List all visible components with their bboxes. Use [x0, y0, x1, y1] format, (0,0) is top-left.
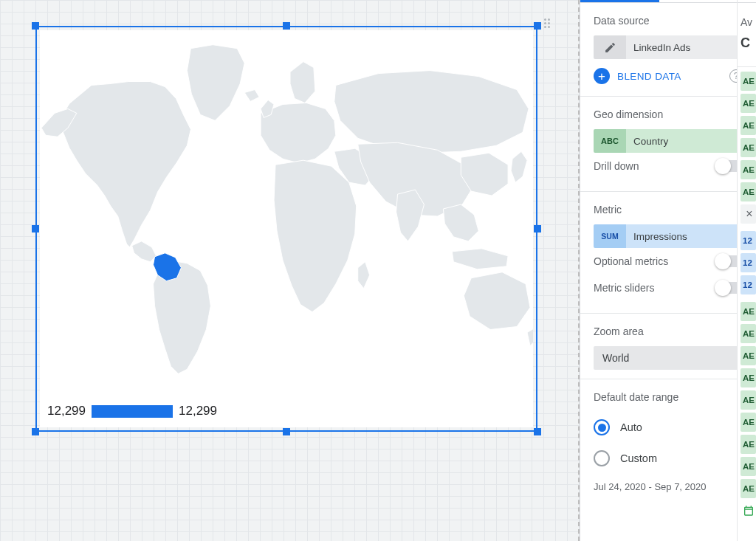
resize-handle[interactable] [32, 225, 39, 232]
blend-data-row[interactable]: + BLEND DATA ? [594, 68, 743, 84]
data-source-label: Data source [594, 15, 743, 27]
sliver-green-chip[interactable]: AE [740, 346, 756, 365]
blend-data-label: BLEND DATA [617, 71, 681, 82]
sliver-dim-chip[interactable]: AE [740, 116, 756, 135]
sliver-green-chip[interactable]: AE [740, 413, 756, 432]
resize-handle[interactable] [283, 22, 290, 30]
resize-handle[interactable] [534, 225, 541, 232]
data-source-chip[interactable]: LinkedIn Ads [594, 35, 743, 59]
resize-handle[interactable] [534, 22, 541, 30]
sliver-header-label: Av [738, 3, 756, 32]
drill-down-row: Drill down [594, 153, 743, 179]
date-range-value: Jul 24, 2020 - Sep 7, 2020 [594, 474, 743, 492]
radio-auto-label: Auto [620, 421, 642, 433]
geo-dimension-label: Geo dimension [594, 108, 743, 120]
legend-gradient-bar [92, 405, 173, 418]
sliver-dim-chip[interactable]: AE [740, 182, 756, 201]
zoom-value: World [602, 352, 629, 364]
pencil-icon[interactable] [594, 35, 626, 59]
sliver-calendar-icon[interactable] [740, 501, 756, 520]
zoom-value-select[interactable]: World [594, 346, 743, 370]
sliver-num-chip[interactable]: 12 [740, 275, 756, 294]
sliver-green-chip[interactable]: AE [740, 368, 756, 387]
section-data-source: Data source LinkedIn Ads + BLEND DATA ? [580, 3, 756, 97]
sliver-dim-chip[interactable]: AE [740, 160, 756, 179]
geo-dimension-value: Country [626, 129, 743, 153]
resize-handle[interactable] [534, 428, 541, 435]
optional-metrics-label: Optional metrics [594, 255, 668, 267]
available-fields-sliver: Av C AE AE AE AE AE AE × 12 12 12 AE AE … [737, 0, 756, 541]
drill-down-label: Drill down [594, 160, 639, 172]
sum-badge: SUM [594, 224, 626, 248]
metric-sliders-row: Metric sliders [594, 275, 743, 301]
legend-min: 12,299 [47, 404, 86, 418]
date-range-custom-row[interactable]: Custom [594, 443, 743, 474]
sliver-search-letter[interactable]: C [738, 32, 756, 54]
world-map-icon [40, 41, 533, 380]
date-range-auto-row[interactable]: Auto [594, 412, 743, 443]
chart-frame: 12,299 12,299 [35, 26, 537, 432]
sliver-dim-chip[interactable]: AE [740, 72, 756, 91]
sliver-green-chip[interactable]: AE [740, 302, 756, 321]
data-source-name: LinkedIn Ads [626, 35, 743, 59]
map-legend: 12,299 12,299 [47, 404, 217, 418]
sliver-dim-chip[interactable]: AE [740, 138, 756, 157]
radio-custom[interactable] [594, 450, 610, 466]
sliver-green-chip[interactable]: AE [740, 390, 756, 410]
sliver-green-chip[interactable]: AE [740, 435, 756, 454]
geo-chart-selected[interactable]: 12,299 12,299 [35, 26, 537, 432]
sliver-green-chip[interactable]: AE [740, 479, 756, 498]
panel-tabs-indicator [580, 0, 756, 3]
properties-panel: Data source LinkedIn Ads + BLEND DATA ? … [580, 0, 756, 541]
zoom-label: Zoom area [594, 325, 743, 337]
section-date-range: Default date range Auto Custom Jul 24, 2… [580, 379, 756, 504]
sliver-close-chip[interactable]: × [740, 204, 756, 224]
radio-auto[interactable] [594, 419, 610, 435]
section-zoom: Zoom area World [580, 314, 756, 379]
date-range-label: Default date range [594, 391, 743, 403]
radio-custom-label: Custom [620, 452, 657, 464]
geo-dimension-chip[interactable]: ABC Country [594, 129, 743, 153]
sliver-num-chip[interactable]: 12 [740, 231, 756, 250]
legend-max: 12,299 [179, 404, 217, 418]
sliver-green-chip[interactable]: AE [740, 324, 756, 343]
drag-handle-icon[interactable] [544, 18, 550, 28]
resize-handle[interactable] [32, 22, 39, 30]
abc-badge: ABC [594, 129, 626, 153]
metric-sliders-label: Metric sliders [594, 282, 654, 294]
resize-handle[interactable] [32, 428, 39, 435]
report-canvas[interactable]: 12,299 12,299 [0, 0, 580, 541]
resize-handle[interactable] [283, 428, 290, 435]
sliver-green-chip[interactable]: AE [740, 457, 756, 476]
sliver-dim-chip[interactable]: AE [740, 94, 756, 113]
plus-circle-icon[interactable]: + [594, 68, 610, 84]
geo-chart: 12,299 12,299 [40, 30, 533, 427]
sliver-num-chip[interactable]: 12 [740, 253, 756, 272]
section-geo-dimension: Geo dimension ABC Country Drill down [580, 97, 756, 192]
metric-label: Metric [594, 204, 743, 216]
section-metric: Metric SUM Impressions Optional metrics … [580, 192, 756, 314]
metric-value: Impressions [626, 224, 743, 248]
optional-metrics-row: Optional metrics [594, 248, 743, 275]
metric-chip[interactable]: SUM Impressions [594, 224, 743, 248]
